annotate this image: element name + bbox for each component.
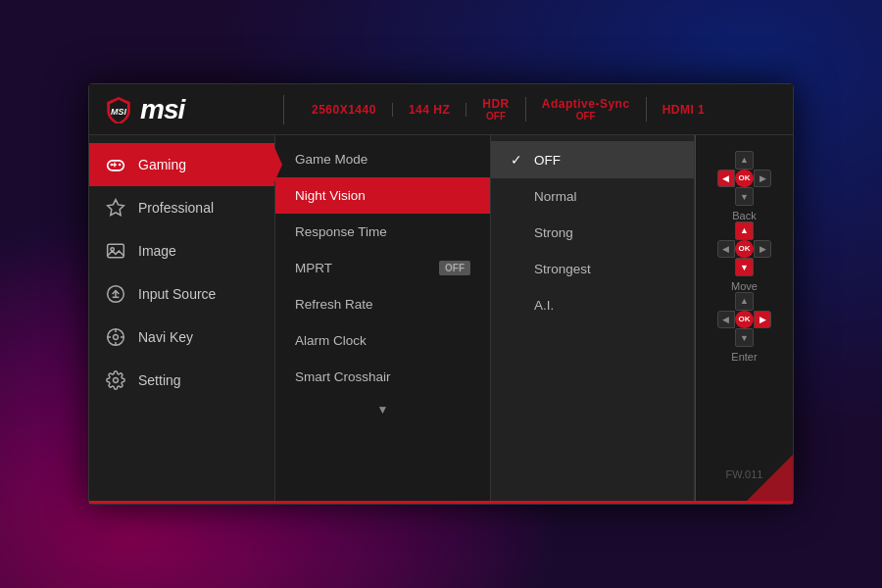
resolution-status: 2560X1440 — [296, 103, 393, 117]
sidebar-item-setting[interactable]: Setting — [89, 359, 274, 402]
enter-dpad-right[interactable]: ▶ — [754, 311, 772, 329]
option-ai-label: A.I. — [534, 298, 554, 313]
input-source-icon — [105, 283, 126, 305]
dpad-center[interactable]: OK — [735, 170, 754, 188]
enter-dpad: ▲ ◀ OK ▶ ▼ — [717, 292, 772, 347]
hdr-label: HDR — [482, 97, 510, 111]
back-control: ▲ ◀ OK ▶ ▼ Back — [717, 151, 772, 221]
dpad-top-left — [717, 151, 736, 170]
sidebar: Gaming Professional Im — [89, 135, 275, 504]
svg-marker-6 — [108, 200, 124, 216]
move-dpad-left[interactable]: ◀ — [717, 240, 736, 259]
enter-label: Enter — [731, 351, 757, 363]
sync-value: OFF — [576, 111, 596, 122]
enter-control: ▲ ◀ OK ▶ ▼ Enter — [717, 292, 772, 363]
professional-label: Professional — [138, 200, 214, 216]
enter-dpad-down[interactable]: ▼ — [735, 328, 754, 347]
sidebar-item-gaming[interactable]: Gaming — [89, 143, 274, 186]
navi-key-label: Navi Key — [138, 329, 193, 345]
svg-text:MSI: MSI — [111, 107, 126, 117]
dpad-bot-left — [717, 187, 736, 206]
option-normal-label: Normal — [534, 189, 577, 204]
sidebar-item-navi-key[interactable]: Navi Key — [89, 316, 274, 359]
svg-rect-7 — [108, 244, 124, 257]
controls-panel: ▲ ◀ OK ▶ ▼ Back ▲ ◀ OK — [695, 135, 793, 504]
osd-window: MSI msi 2560X1440 144 HZ HDR OFF Adaptiv… — [88, 83, 794, 505]
move-label: Move — [731, 280, 758, 292]
red-accent-bottom — [89, 501, 793, 504]
svg-point-3 — [119, 164, 122, 167]
resolution-value: 2560X1440 — [312, 103, 376, 117]
menu-item-refresh-rate[interactable]: Refresh Rate — [275, 286, 490, 322]
gaming-label: Gaming — [138, 157, 186, 172]
smart-crosshair-label: Smart Crosshair — [295, 369, 391, 384]
main-content: Gaming Professional Im — [89, 135, 793, 504]
option-strongest[interactable]: Strongest — [491, 251, 694, 287]
option-strong-label: Strong — [534, 225, 573, 240]
enter-dpad-tr — [754, 292, 772, 311]
option-ai[interactable]: A.I. — [491, 287, 694, 323]
enter-dpad-center[interactable]: OK — [735, 311, 754, 329]
setting-label: Setting — [138, 372, 181, 388]
menu-item-mprt[interactable]: MPRT OFF — [275, 250, 490, 286]
input-source-label: Input Source — [138, 286, 216, 302]
input-value: HDMI 1 — [662, 103, 706, 117]
menu-item-game-mode[interactable]: Game Mode — [275, 141, 490, 177]
back-label: Back — [732, 210, 756, 221]
navi-key-icon — [105, 326, 126, 348]
dpad-up[interactable]: ▲ — [735, 151, 754, 170]
move-dpad-down[interactable]: ▼ — [735, 258, 754, 276]
menu-item-response-time[interactable]: Response Time — [275, 214, 490, 250]
enter-dpad-up[interactable]: ▲ — [735, 292, 754, 311]
logo-area: MSI msi — [105, 96, 271, 123]
refresh-rate-label: Refresh Rate — [295, 297, 373, 312]
hdr-status: HDR OFF — [466, 97, 526, 122]
svg-rect-1 — [108, 161, 124, 171]
move-dpad-right[interactable]: ▶ — [754, 240, 772, 259]
night-vision-label: Night Vision — [295, 188, 366, 203]
move-dpad-tl — [717, 221, 736, 240]
mprt-label: MPRT — [295, 261, 332, 275]
svg-point-18 — [114, 378, 119, 383]
option-off-label: OFF — [534, 153, 561, 168]
menu-item-smart-crosshair[interactable]: Smart Crosshair — [275, 359, 490, 395]
tri-decoration — [744, 455, 793, 504]
check-mark-off: ✓ — [511, 152, 526, 168]
sync-label: Adaptive-Sync — [542, 97, 630, 111]
move-dpad-up[interactable]: ▲ — [735, 221, 754, 240]
enter-dpad-br — [754, 328, 772, 347]
option-off[interactable]: ✓ OFF — [491, 141, 694, 178]
alarm-clock-label: Alarm Clock — [295, 333, 367, 348]
option-strongest-label: Strongest — [534, 262, 591, 276]
menu-item-night-vision[interactable]: Night Vision — [275, 177, 490, 214]
move-dpad-bl — [717, 258, 736, 276]
response-time-label: Response Time — [295, 224, 387, 239]
status-bar: MSI msi 2560X1440 144 HZ HDR OFF Adaptiv… — [89, 84, 793, 135]
dpad-right[interactable]: ▶ — [754, 170, 772, 188]
enter-dpad-left[interactable]: ◀ — [717, 311, 736, 329]
svg-point-13 — [114, 335, 119, 340]
dpad-left[interactable]: ◀ — [717, 170, 736, 188]
image-label: Image — [138, 243, 176, 259]
dpad-down[interactable]: ▼ — [735, 187, 754, 206]
status-divider-1 — [283, 95, 284, 124]
gamepad-icon — [105, 154, 126, 175]
move-dpad-br — [754, 258, 772, 276]
refresh-status: 144 HZ — [393, 103, 466, 117]
option-normal[interactable]: Normal — [491, 178, 694, 215]
sync-status: Adaptive-Sync OFF — [526, 97, 647, 122]
move-dpad-center[interactable]: OK — [735, 240, 754, 259]
svg-rect-5 — [112, 164, 117, 165]
msi-shield-icon: MSI — [105, 96, 132, 123]
sidebar-item-professional[interactable]: Professional — [89, 186, 274, 229]
mprt-toggle-badge: OFF — [439, 261, 470, 275]
dpad-bot-right — [754, 187, 772, 206]
option-strong[interactable]: Strong — [491, 215, 694, 251]
enter-dpad-tl — [717, 292, 736, 311]
star-icon — [105, 197, 126, 219]
move-control: ▲ ◀ OK ▶ ▼ Move — [717, 221, 772, 292]
sidebar-item-image[interactable]: Image — [89, 229, 274, 272]
sidebar-item-input-source[interactable]: Input Source — [89, 272, 274, 316]
menu-item-alarm-clock[interactable]: Alarm Clock — [275, 322, 490, 359]
hdr-value: OFF — [486, 111, 506, 122]
